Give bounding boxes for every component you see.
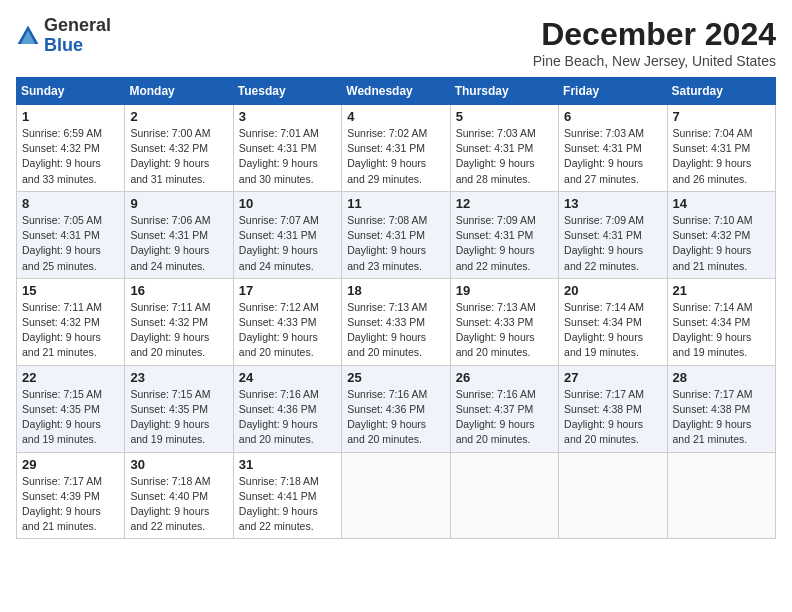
calendar-cell: 18Sunrise: 7:13 AMSunset: 4:33 PMDayligh… xyxy=(342,278,450,365)
day-number: 5 xyxy=(456,109,553,124)
day-number: 24 xyxy=(239,370,336,385)
page-header: General Blue December 2024 Pine Beach, N… xyxy=(16,16,776,69)
day-info: Sunrise: 7:17 AMSunset: 4:38 PMDaylight:… xyxy=(673,387,770,448)
calendar-cell: 4Sunrise: 7:02 AMSunset: 4:31 PMDaylight… xyxy=(342,105,450,192)
day-info: Sunrise: 7:08 AMSunset: 4:31 PMDaylight:… xyxy=(347,213,444,274)
calendar-cell: 12Sunrise: 7:09 AMSunset: 4:31 PMDayligh… xyxy=(450,191,558,278)
calendar-cell: 31Sunrise: 7:18 AMSunset: 4:41 PMDayligh… xyxy=(233,452,341,539)
calendar-cell: 9Sunrise: 7:06 AMSunset: 4:31 PMDaylight… xyxy=(125,191,233,278)
day-header-sunday: Sunday xyxy=(17,78,125,105)
day-info: Sunrise: 7:13 AMSunset: 4:33 PMDaylight:… xyxy=(347,300,444,361)
day-number: 10 xyxy=(239,196,336,211)
day-info: Sunrise: 7:18 AMSunset: 4:40 PMDaylight:… xyxy=(130,474,227,535)
calendar-cell: 29Sunrise: 7:17 AMSunset: 4:39 PMDayligh… xyxy=(17,452,125,539)
day-number: 31 xyxy=(239,457,336,472)
day-number: 2 xyxy=(130,109,227,124)
calendar-cell: 19Sunrise: 7:13 AMSunset: 4:33 PMDayligh… xyxy=(450,278,558,365)
day-info: Sunrise: 7:17 AMSunset: 4:39 PMDaylight:… xyxy=(22,474,119,535)
day-info: Sunrise: 7:15 AMSunset: 4:35 PMDaylight:… xyxy=(22,387,119,448)
calendar-header-row: SundayMondayTuesdayWednesdayThursdayFrid… xyxy=(17,78,776,105)
day-number: 11 xyxy=(347,196,444,211)
logo-general: General xyxy=(44,15,111,35)
calendar-cell: 27Sunrise: 7:17 AMSunset: 4:38 PMDayligh… xyxy=(559,365,667,452)
calendar-cell: 15Sunrise: 7:11 AMSunset: 4:32 PMDayligh… xyxy=(17,278,125,365)
calendar-cell: 10Sunrise: 7:07 AMSunset: 4:31 PMDayligh… xyxy=(233,191,341,278)
day-header-saturday: Saturday xyxy=(667,78,775,105)
day-number: 27 xyxy=(564,370,661,385)
logo-icon xyxy=(16,24,40,48)
day-info: Sunrise: 7:17 AMSunset: 4:38 PMDaylight:… xyxy=(564,387,661,448)
day-info: Sunrise: 7:18 AMSunset: 4:41 PMDaylight:… xyxy=(239,474,336,535)
calendar-cell: 1Sunrise: 6:59 AMSunset: 4:32 PMDaylight… xyxy=(17,105,125,192)
calendar-cell: 20Sunrise: 7:14 AMSunset: 4:34 PMDayligh… xyxy=(559,278,667,365)
day-number: 6 xyxy=(564,109,661,124)
day-number: 12 xyxy=(456,196,553,211)
calendar-week-row: 15Sunrise: 7:11 AMSunset: 4:32 PMDayligh… xyxy=(17,278,776,365)
day-info: Sunrise: 7:02 AMSunset: 4:31 PMDaylight:… xyxy=(347,126,444,187)
logo: General Blue xyxy=(16,16,111,56)
day-info: Sunrise: 7:13 AMSunset: 4:33 PMDaylight:… xyxy=(456,300,553,361)
day-number: 19 xyxy=(456,283,553,298)
day-info: Sunrise: 7:04 AMSunset: 4:31 PMDaylight:… xyxy=(673,126,770,187)
day-number: 29 xyxy=(22,457,119,472)
day-number: 14 xyxy=(673,196,770,211)
calendar-cell: 5Sunrise: 7:03 AMSunset: 4:31 PMDaylight… xyxy=(450,105,558,192)
day-info: Sunrise: 7:15 AMSunset: 4:35 PMDaylight:… xyxy=(130,387,227,448)
day-number: 21 xyxy=(673,283,770,298)
day-info: Sunrise: 7:06 AMSunset: 4:31 PMDaylight:… xyxy=(130,213,227,274)
calendar-cell: 3Sunrise: 7:01 AMSunset: 4:31 PMDaylight… xyxy=(233,105,341,192)
day-info: Sunrise: 7:05 AMSunset: 4:31 PMDaylight:… xyxy=(22,213,119,274)
title-block: December 2024 Pine Beach, New Jersey, Un… xyxy=(533,16,776,69)
calendar-cell: 7Sunrise: 7:04 AMSunset: 4:31 PMDaylight… xyxy=(667,105,775,192)
logo-blue: Blue xyxy=(44,35,83,55)
day-info: Sunrise: 7:16 AMSunset: 4:36 PMDaylight:… xyxy=(239,387,336,448)
day-number: 22 xyxy=(22,370,119,385)
day-header-thursday: Thursday xyxy=(450,78,558,105)
calendar-cell: 24Sunrise: 7:16 AMSunset: 4:36 PMDayligh… xyxy=(233,365,341,452)
calendar-cell xyxy=(559,452,667,539)
day-info: Sunrise: 7:11 AMSunset: 4:32 PMDaylight:… xyxy=(22,300,119,361)
day-info: Sunrise: 7:03 AMSunset: 4:31 PMDaylight:… xyxy=(456,126,553,187)
day-number: 1 xyxy=(22,109,119,124)
day-info: Sunrise: 7:16 AMSunset: 4:36 PMDaylight:… xyxy=(347,387,444,448)
day-info: Sunrise: 7:03 AMSunset: 4:31 PMDaylight:… xyxy=(564,126,661,187)
day-number: 15 xyxy=(22,283,119,298)
calendar-cell: 13Sunrise: 7:09 AMSunset: 4:31 PMDayligh… xyxy=(559,191,667,278)
calendar-cell: 11Sunrise: 7:08 AMSunset: 4:31 PMDayligh… xyxy=(342,191,450,278)
day-info: Sunrise: 7:11 AMSunset: 4:32 PMDaylight:… xyxy=(130,300,227,361)
calendar-cell: 8Sunrise: 7:05 AMSunset: 4:31 PMDaylight… xyxy=(17,191,125,278)
day-header-friday: Friday xyxy=(559,78,667,105)
calendar-table: SundayMondayTuesdayWednesdayThursdayFrid… xyxy=(16,77,776,539)
calendar-week-row: 22Sunrise: 7:15 AMSunset: 4:35 PMDayligh… xyxy=(17,365,776,452)
calendar-cell: 30Sunrise: 7:18 AMSunset: 4:40 PMDayligh… xyxy=(125,452,233,539)
logo-text: General Blue xyxy=(44,16,111,56)
day-number: 23 xyxy=(130,370,227,385)
location: Pine Beach, New Jersey, United States xyxy=(533,53,776,69)
day-number: 17 xyxy=(239,283,336,298)
day-info: Sunrise: 7:14 AMSunset: 4:34 PMDaylight:… xyxy=(564,300,661,361)
calendar-cell: 25Sunrise: 7:16 AMSunset: 4:36 PMDayligh… xyxy=(342,365,450,452)
calendar-cell: 23Sunrise: 7:15 AMSunset: 4:35 PMDayligh… xyxy=(125,365,233,452)
day-number: 13 xyxy=(564,196,661,211)
day-number: 3 xyxy=(239,109,336,124)
calendar-cell: 21Sunrise: 7:14 AMSunset: 4:34 PMDayligh… xyxy=(667,278,775,365)
day-header-monday: Monday xyxy=(125,78,233,105)
day-info: Sunrise: 7:07 AMSunset: 4:31 PMDaylight:… xyxy=(239,213,336,274)
day-number: 18 xyxy=(347,283,444,298)
calendar-cell: 14Sunrise: 7:10 AMSunset: 4:32 PMDayligh… xyxy=(667,191,775,278)
calendar-cell: 16Sunrise: 7:11 AMSunset: 4:32 PMDayligh… xyxy=(125,278,233,365)
calendar-week-row: 8Sunrise: 7:05 AMSunset: 4:31 PMDaylight… xyxy=(17,191,776,278)
calendar-cell: 28Sunrise: 7:17 AMSunset: 4:38 PMDayligh… xyxy=(667,365,775,452)
calendar-cell xyxy=(450,452,558,539)
day-info: Sunrise: 7:16 AMSunset: 4:37 PMDaylight:… xyxy=(456,387,553,448)
day-number: 20 xyxy=(564,283,661,298)
day-info: Sunrise: 7:10 AMSunset: 4:32 PMDaylight:… xyxy=(673,213,770,274)
day-info: Sunrise: 7:12 AMSunset: 4:33 PMDaylight:… xyxy=(239,300,336,361)
day-info: Sunrise: 7:09 AMSunset: 4:31 PMDaylight:… xyxy=(564,213,661,274)
calendar-cell: 6Sunrise: 7:03 AMSunset: 4:31 PMDaylight… xyxy=(559,105,667,192)
day-header-tuesday: Tuesday xyxy=(233,78,341,105)
day-number: 25 xyxy=(347,370,444,385)
day-number: 26 xyxy=(456,370,553,385)
calendar-cell: 17Sunrise: 7:12 AMSunset: 4:33 PMDayligh… xyxy=(233,278,341,365)
day-number: 9 xyxy=(130,196,227,211)
